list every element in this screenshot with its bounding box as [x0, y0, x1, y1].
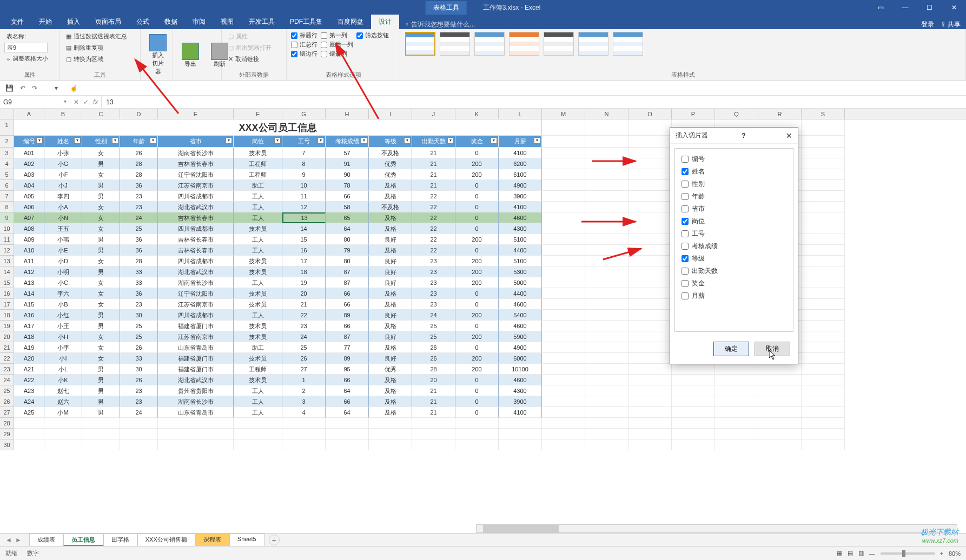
ribbon-tab-文件[interactable]: 文件 [3, 15, 31, 29]
view-layout-icon[interactable]: ▤ [848, 550, 853, 557]
table-cell[interactable]: 及格 [369, 223, 412, 234]
empty-cell[interactable] [585, 429, 628, 439]
table-cell[interactable]: 工人 [234, 202, 282, 212]
table-cell[interactable]: 技术员 [234, 331, 282, 342]
table-cell[interactable]: 良好 [369, 277, 412, 288]
empty-cell[interactable] [802, 277, 845, 288]
table-column-header[interactable]: 省市▾ [158, 136, 234, 148]
empty-cell[interactable] [628, 191, 672, 202]
table-cell[interactable]: 小I [44, 353, 82, 364]
filter-icon[interactable]: ▾ [404, 137, 411, 144]
empty-cell[interactable] [628, 407, 672, 418]
empty-cell[interactable] [14, 439, 44, 450]
empty-cell[interactable] [585, 331, 628, 342]
table-cell[interactable]: 89 [326, 353, 369, 364]
table-cell[interactable]: 22 [282, 310, 326, 321]
maximize-button[interactable]: ☐ [917, 0, 942, 15]
table-cell[interactable]: 四川省成都市 [158, 191, 234, 202]
close-button[interactable]: ✕ [942, 0, 966, 15]
slicer-field-option[interactable]: 省市 [680, 203, 788, 215]
table-styles-gallery[interactable] [405, 31, 961, 70]
table-cell[interactable]: 四川省成都市 [158, 256, 234, 266]
table-cell[interactable]: 200 [455, 310, 499, 321]
empty-cell[interactable] [542, 256, 585, 266]
filter-icon[interactable]: ▾ [226, 137, 232, 144]
table-cell[interactable]: 小J [44, 180, 82, 191]
empty-cell[interactable] [44, 429, 82, 439]
empty-cell[interactable] [628, 212, 672, 223]
empty-cell[interactable] [802, 439, 845, 450]
table-cell[interactable]: 26 [120, 375, 158, 385]
table-cell[interactable]: 33 [120, 266, 158, 277]
enter-formula-icon[interactable]: ✓ [83, 98, 89, 106]
table-cell[interactable]: 技术员 [234, 256, 282, 266]
row-header[interactable]: 7 [0, 191, 14, 202]
row-header[interactable]: 2 [0, 136, 14, 148]
empty-cell[interactable] [542, 353, 585, 364]
table-cell[interactable]: 4900 [499, 180, 542, 191]
table-cell[interactable]: 及格 [369, 407, 412, 418]
table-cell[interactable]: A11 [14, 256, 44, 266]
table-cell[interactable]: 女 [82, 353, 120, 364]
table-cell[interactable]: 小H [44, 331, 82, 342]
column-header[interactable]: E [158, 109, 234, 119]
table-cell[interactable]: 79 [326, 245, 369, 256]
empty-cell[interactable] [585, 169, 628, 180]
table-cell[interactable]: 13 [282, 212, 326, 223]
table-cell[interactable]: A05 [14, 191, 44, 202]
empty-cell[interactable] [758, 385, 802, 396]
sheet-tab[interactable]: XXX公司销售额 [137, 534, 195, 546]
table-cell[interactable]: 200 [455, 266, 499, 277]
table-cell[interactable]: 良好 [369, 266, 412, 277]
empty-cell[interactable] [585, 277, 628, 288]
empty-cell[interactable] [628, 321, 672, 331]
total-row-checkbox[interactable]: 汇总行 [291, 41, 317, 49]
ribbon-tab-开始[interactable]: 开始 [31, 15, 59, 29]
row-header[interactable]: 18 [0, 310, 14, 321]
table-cell[interactable]: 工程师 [234, 169, 282, 180]
table-cell[interactable]: 及格 [369, 396, 412, 407]
empty-cell[interactable] [802, 191, 845, 202]
table-cell[interactable]: 33 [120, 353, 158, 364]
table-cell[interactable]: 技术员 [234, 353, 282, 364]
empty-cell[interactable] [14, 429, 44, 439]
empty-cell[interactable] [542, 169, 585, 180]
table-cell[interactable]: 及格 [369, 385, 412, 396]
empty-cell[interactable] [628, 245, 672, 256]
empty-cell[interactable] [585, 245, 628, 256]
slicer-field-option[interactable]: 工号 [680, 228, 788, 240]
dialog-close-icon[interactable]: ✕ [786, 131, 792, 140]
table-cell[interactable]: 65 [326, 212, 369, 223]
empty-cell[interactable] [802, 212, 845, 223]
table-cell[interactable]: A03 [14, 169, 44, 180]
column-header[interactable]: F [234, 109, 282, 119]
filter-icon[interactable]: ▾ [534, 137, 540, 144]
table-cell[interactable]: 0 [455, 385, 499, 396]
table-cell[interactable]: 技术员 [234, 321, 282, 331]
table-cell[interactable]: 小L [44, 364, 82, 375]
table-cell[interactable]: 26 [120, 342, 158, 353]
slicer-field-option[interactable]: 性别 [680, 178, 788, 190]
table-column-header[interactable]: 出勤天数▾ [412, 136, 455, 148]
table-cell[interactable]: A15 [14, 299, 44, 310]
table-cell[interactable]: 福建省厦门市 [158, 364, 234, 375]
table-cell[interactable]: 及格 [369, 191, 412, 202]
table-cell[interactable]: 小G [44, 158, 82, 169]
table-cell[interactable]: A17 [14, 321, 44, 331]
empty-cell[interactable] [499, 418, 542, 429]
row-header[interactable]: 11 [0, 234, 14, 245]
empty-cell[interactable] [412, 429, 455, 439]
empty-cell[interactable] [715, 396, 758, 407]
empty-cell[interactable] [628, 136, 672, 148]
row-header[interactable]: 3 [0, 148, 14, 158]
fx-icon[interactable]: fx [93, 98, 98, 106]
table-cell[interactable]: 山东省青岛市 [158, 407, 234, 418]
empty-cell[interactable] [585, 180, 628, 191]
table-cell[interactable]: 技术员 [234, 148, 282, 158]
table-cell[interactable]: 工人 [234, 234, 282, 245]
table-cell[interactable]: 男 [82, 407, 120, 418]
table-cell[interactable]: 及格 [369, 342, 412, 353]
table-cell[interactable]: 男 [82, 375, 120, 385]
table-cell[interactable]: 16 [282, 245, 326, 256]
last-col-checkbox[interactable]: 最后一列 [321, 41, 353, 49]
